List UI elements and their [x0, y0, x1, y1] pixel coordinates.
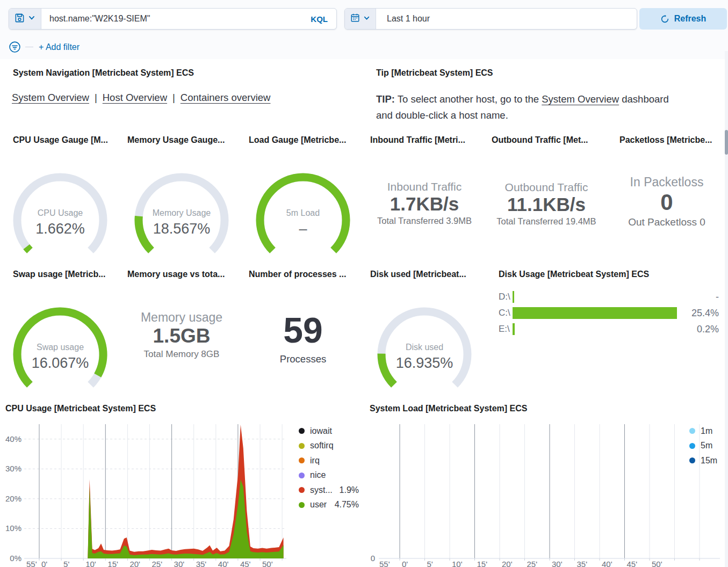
x-axis-label: 25' — [152, 559, 163, 567]
panel-title-disk-usage[interactable]: Disk Usage [Metricbeat System] ECS — [499, 270, 649, 279]
legend-label: syst... — [310, 485, 333, 495]
swap-usage-gauge: Swap usage 16.067% — [9, 303, 111, 395]
legend-item-irq[interactable]: irq — [299, 453, 359, 468]
calendar-icon — [350, 13, 360, 25]
gauge-label: Memory Usage — [131, 208, 233, 218]
panel-title-cpu-usage-chart[interactable]: CPU Usage [Metricbeat System] ECS — [5, 404, 156, 413]
gauge-value: 16.935% — [373, 355, 475, 372]
legend-dot-icon — [299, 502, 305, 508]
x-axis-label: 40' — [218, 559, 229, 567]
link-containers-overview[interactable]: Containers overview — [181, 92, 271, 103]
saved-query-menu-button[interactable] — [9, 9, 41, 29]
legend-item-system[interactable]: syst...1.9% — [299, 483, 359, 498]
panel-title-disk-used[interactable]: Disk used [Metricbeat... — [370, 270, 466, 279]
link-system-overview-tip[interactable]: System Overview — [542, 93, 619, 105]
disk-row-label: E:\ — [499, 324, 513, 335]
panel-title-cpu-gauge[interactable]: CPU Usage Gauge [M... — [13, 135, 108, 145]
disk-usage-bar-chart: D:\-C:\25.4%E:\0.2% — [499, 289, 719, 337]
legend-item-15m[interactable]: 15m — [689, 453, 722, 468]
metric-label: Inbound Traffic — [364, 180, 485, 193]
legend-dot-icon — [299, 473, 305, 478]
legend-dot-icon — [299, 457, 305, 463]
system-load-line-chart: 055'0'5'10'15'20'25'30'35'40'45'50' — [370, 418, 728, 567]
panel-title-system-load-chart[interactable]: System Load [Metricbeat System] ECS — [370, 404, 527, 413]
y-axis-label: 0 — [371, 554, 375, 563]
y-axis-label: 30% — [5, 464, 21, 473]
processes-metric: 59 Processes — [242, 312, 364, 365]
panel-title-memory-gauge[interactable]: Memory Usage Gauge... — [127, 135, 225, 145]
link-system-overview[interactable]: System Overview — [12, 92, 89, 103]
x-axis-label: 45' — [240, 559, 251, 567]
add-filter-button[interactable]: + Add filter — [39, 42, 80, 52]
disk-usage-row: E:\0.2% — [499, 321, 719, 337]
x-axis-label: 55' — [379, 559, 390, 567]
metric-label: Memory usage — [121, 310, 242, 325]
legend-value: 1.9% — [340, 485, 359, 495]
legend-item-5m[interactable]: 5m — [689, 439, 722, 454]
metric-value: 59 — [242, 312, 364, 348]
legend-label: nice — [310, 470, 326, 480]
disk-row-track — [513, 323, 686, 335]
panel-title-inbound-traffic[interactable]: Inbound Traffic [Metri... — [370, 135, 465, 145]
time-range-display[interactable]: Last 1 hour — [376, 9, 637, 29]
disk-row-bar — [513, 307, 677, 319]
metric-value: 1.7KB/s — [364, 193, 485, 215]
query-input[interactable]: host.name:"W2K19-SIEM" — [41, 9, 308, 29]
scrollbar-track[interactable] — [725, 51, 728, 567]
cpu-usage-gauge: CPU Usage 1.662% — [9, 169, 111, 260]
disk-row-label: C:\ — [499, 308, 513, 318]
x-axis-label: 15' — [107, 559, 118, 567]
legend-item-softirq[interactable]: softirq — [299, 439, 359, 454]
query-language-badge[interactable]: KQL — [308, 14, 330, 24]
disk-row-value: 25.4% — [691, 308, 719, 319]
link-host-overview[interactable]: Host Overview — [103, 92, 167, 103]
x-axis-label: 25' — [527, 559, 538, 567]
gauge-value: 18.567% — [131, 221, 233, 237]
gauge-label: CPU Usage — [9, 208, 111, 218]
metric-label: Outbound Traffic — [486, 181, 607, 194]
time-picker: Last 1 hour — [344, 8, 637, 30]
legend-label: iowait — [310, 426, 332, 436]
disk-row-bar — [513, 323, 515, 335]
legend-dot-icon — [689, 457, 695, 463]
panel-title-processes[interactable]: Number of processes ... — [249, 270, 346, 279]
x-axis-label: 0' — [402, 559, 408, 567]
date-quick-select-button[interactable] — [345, 9, 376, 29]
panel-title-load-gauge[interactable]: Load Gauge [Metricbe... — [249, 135, 346, 145]
legend-label: irq — [310, 456, 320, 466]
filter-menu-icon[interactable] — [9, 41, 21, 53]
query-bar-strip: host.name:"W2K19-SIEM" KQL — [0, 0, 728, 59]
link-separator: | — [167, 92, 181, 103]
legend-item-nice[interactable]: nice — [299, 468, 359, 483]
legend-dot-icon — [689, 443, 695, 449]
tip-text: TIP: To select another host, go to the S… — [376, 91, 728, 123]
inbound-traffic-metric: Inbound Traffic 1.7KB/s Total Transferre… — [364, 180, 485, 226]
packetloss-metric: In Packetloss 0 Out Packetloss 0 — [606, 175, 727, 228]
panel-title-tip[interactable]: Tip [Metricbeat System] ECS — [376, 68, 493, 78]
scrollbar-thumb[interactable] — [725, 130, 728, 155]
disk-usage-row: C:\25.4% — [499, 305, 719, 321]
cpu-chart-legend: iowaitsoftirqirqnicesyst...1.9%user4.75% — [299, 424, 359, 512]
metric-value: 0 — [606, 190, 727, 215]
memory-usage-gauge: Memory Usage 18.567% — [131, 169, 233, 260]
x-axis-label: 20' — [129, 559, 140, 567]
metric-value: 1.5GB — [121, 325, 242, 348]
legend-item-iowait[interactable]: iowait — [299, 424, 359, 439]
panel-title-packetloss[interactable]: Packetloss [Metricbe... — [619, 135, 712, 145]
refresh-button[interactable]: Refresh — [639, 8, 727, 30]
disk-row-value: 0.2% — [691, 324, 719, 335]
x-axis-label: 30' — [174, 559, 185, 567]
metric-value: 11.1KB/s — [486, 194, 607, 215]
panel-title-memory-vs-total[interactable]: Memory usage vs tota... — [127, 270, 225, 279]
legend-dot-icon — [299, 487, 305, 493]
panel-title-swap-usage[interactable]: Swap usage [Metricb... — [13, 270, 105, 279]
legend-dot-icon — [689, 428, 695, 434]
legend-item-1m[interactable]: 1m — [689, 424, 722, 439]
legend-item-user[interactable]: user4.75% — [299, 498, 359, 513]
refresh-label: Refresh — [674, 14, 707, 24]
panel-title-system-navigation[interactable]: System Navigation [Metricbeat System] EC… — [13, 68, 194, 78]
panel-title-outbound-traffic[interactable]: Outbound Traffic [Met... — [492, 135, 588, 145]
gauge-label: 5m Load — [252, 208, 354, 218]
legend-label: user — [310, 500, 327, 510]
y-axis-label: 40% — [5, 434, 21, 444]
